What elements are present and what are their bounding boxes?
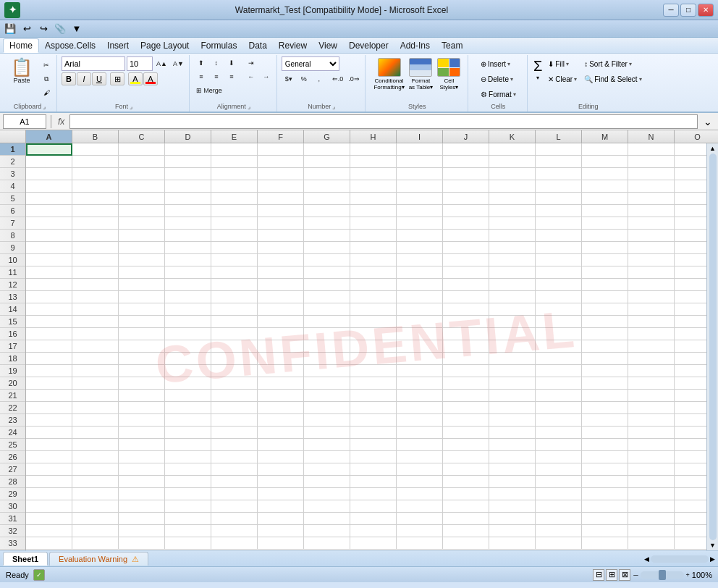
cell-D1[interactable] xyxy=(165,143,211,156)
cell-L16[interactable] xyxy=(536,328,582,340)
align-middle-button[interactable]: ↕ xyxy=(209,56,224,70)
cell-G5[interactable] xyxy=(304,193,350,205)
cell-O31[interactable] xyxy=(675,513,706,525)
cell-I22[interactable] xyxy=(397,402,443,414)
zoom-in-button[interactable]: + xyxy=(686,571,690,579)
cell-M17[interactable] xyxy=(582,340,628,353)
cell-C6[interactable] xyxy=(119,205,165,217)
cell-A22[interactable] xyxy=(26,402,72,414)
cell-G11[interactable] xyxy=(304,266,350,279)
cell-L32[interactable] xyxy=(536,525,582,537)
cell-L21[interactable] xyxy=(536,390,582,402)
cell-A11[interactable] xyxy=(26,266,72,279)
cell-G26[interactable] xyxy=(304,451,350,463)
cell-L2[interactable] xyxy=(536,156,582,168)
increase-indent-button[interactable]: → xyxy=(259,70,274,83)
scroll-left-button[interactable]: ◀ xyxy=(644,555,649,563)
cell-H10[interactable] xyxy=(350,254,397,266)
cell-K17[interactable] xyxy=(489,340,536,353)
scroll-down-button[interactable]: ▼ xyxy=(709,542,716,549)
cell-N2[interactable] xyxy=(628,156,675,168)
cell-A3[interactable] xyxy=(26,168,72,180)
cell-G18[interactable] xyxy=(304,353,350,365)
cell-B23[interactable] xyxy=(72,414,119,427)
cell-E17[interactable] xyxy=(211,340,258,353)
cell-K18[interactable] xyxy=(489,353,536,365)
cell-M15[interactable] xyxy=(582,316,628,328)
alignment-expand-icon[interactable]: ⌟ xyxy=(248,103,250,110)
cell-D8[interactable] xyxy=(165,230,211,242)
cell-I30[interactable] xyxy=(397,500,443,513)
cell-D19[interactable] xyxy=(165,365,211,377)
cell-H9[interactable] xyxy=(350,242,397,254)
cell-I18[interactable] xyxy=(397,353,443,365)
cell-B18[interactable] xyxy=(72,353,119,365)
col-header-J[interactable]: J xyxy=(443,130,489,143)
close-button[interactable]: ✕ xyxy=(698,4,714,17)
cell-N27[interactable] xyxy=(628,463,675,476)
cell-B28[interactable] xyxy=(72,476,119,488)
cell-J28[interactable] xyxy=(443,476,489,488)
cell-L29[interactable] xyxy=(536,488,582,500)
cell-N9[interactable] xyxy=(628,242,675,254)
cell-I20[interactable] xyxy=(397,377,443,390)
cell-M22[interactable] xyxy=(582,402,628,414)
cell-J18[interactable] xyxy=(443,353,489,365)
cell-O29[interactable] xyxy=(675,488,706,500)
comma-button[interactable]: , xyxy=(312,72,326,85)
cell-H30[interactable] xyxy=(350,500,397,513)
menu-review[interactable]: Review xyxy=(273,39,313,52)
cell-I26[interactable] xyxy=(397,451,443,463)
cell-H18[interactable] xyxy=(350,353,397,365)
cell-M21[interactable] xyxy=(582,390,628,402)
cell-N33[interactable] xyxy=(628,537,675,550)
cell-G16[interactable] xyxy=(304,328,350,340)
cell-J12[interactable] xyxy=(443,279,489,291)
cell-O2[interactable] xyxy=(675,156,706,168)
cell-B12[interactable] xyxy=(72,279,119,291)
menu-team[interactable]: Team xyxy=(436,39,468,52)
cell-C29[interactable] xyxy=(119,488,165,500)
format-as-table-button[interactable]: Formatas Table▾ xyxy=(407,56,435,92)
cell-G32[interactable] xyxy=(304,525,350,537)
cell-L12[interactable] xyxy=(536,279,582,291)
cell-L27[interactable] xyxy=(536,463,582,476)
decrease-decimal-button[interactable]: ⇐.0 xyxy=(330,72,346,85)
row-header-4[interactable]: 4 xyxy=(0,180,25,193)
cell-F23[interactable] xyxy=(258,414,304,427)
horizontal-scrollbar[interactable]: ◀ ▶ xyxy=(641,555,718,563)
cell-D24[interactable] xyxy=(165,427,211,439)
cell-E22[interactable] xyxy=(211,402,258,414)
cell-I12[interactable] xyxy=(397,279,443,291)
cell-B27[interactable] xyxy=(72,463,119,476)
row-header-25[interactable]: 25 xyxy=(0,439,25,451)
row-header-9[interactable]: 9 xyxy=(0,242,25,254)
cell-I11[interactable] xyxy=(397,266,443,279)
cell-E1[interactable] xyxy=(211,143,258,156)
qa-redo-button[interactable]: ↪ xyxy=(36,22,51,36)
cell-A14[interactable] xyxy=(26,303,72,316)
h-scroll-thumb[interactable] xyxy=(651,555,709,563)
col-header-I[interactable]: I xyxy=(397,130,443,143)
cell-L3[interactable] xyxy=(536,168,582,180)
font-expand-icon[interactable]: ⌟ xyxy=(130,103,132,110)
cell-N5[interactable] xyxy=(628,193,675,205)
cell-L13[interactable] xyxy=(536,291,582,303)
sort-filter-button[interactable]: ↕ Sort & Filter ▾ xyxy=(581,56,644,71)
row-header-14[interactable]: 14 xyxy=(0,303,25,316)
cell-I8[interactable] xyxy=(397,230,443,242)
cell-E9[interactable] xyxy=(211,242,258,254)
menu-page-layout[interactable]: Page Layout xyxy=(135,39,195,52)
cell-O18[interactable] xyxy=(675,353,706,365)
cell-H24[interactable] xyxy=(350,427,397,439)
cell-B11[interactable] xyxy=(72,266,119,279)
cell-E7[interactable] xyxy=(211,217,258,230)
cell-J1[interactable] xyxy=(443,143,489,156)
font-color-button[interactable]: A xyxy=(143,72,158,85)
cell-J4[interactable] xyxy=(443,180,489,193)
cell-N10[interactable] xyxy=(628,254,675,266)
cell-N1[interactable] xyxy=(628,143,675,156)
cell-K19[interactable] xyxy=(489,365,536,377)
cell-M20[interactable] xyxy=(582,377,628,390)
cell-J5[interactable] xyxy=(443,193,489,205)
